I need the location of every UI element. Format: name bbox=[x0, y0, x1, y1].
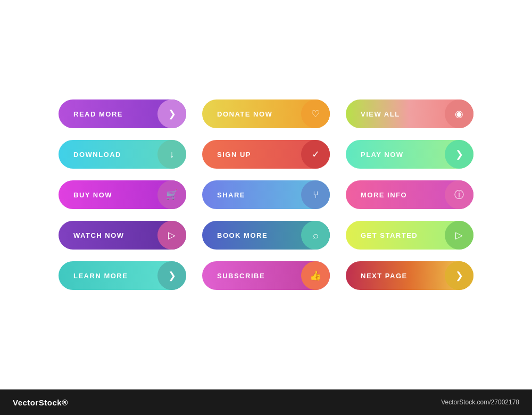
read-more-button[interactable]: READ MORE❯ bbox=[59, 99, 186, 128]
play-now-icon: ❯ bbox=[445, 140, 473, 169]
download-button[interactable]: DOWNLOAD↓ bbox=[59, 140, 186, 169]
footer: VectorStock® VectorStock.com/27002178 bbox=[0, 389, 532, 415]
buy-now-icon: 🛒 bbox=[157, 180, 186, 209]
next-page-button[interactable]: NEXT PAGE❯ bbox=[346, 261, 473, 290]
donate-now-icon: ♡ bbox=[301, 99, 330, 128]
share-icon: ⑂ bbox=[301, 180, 330, 209]
read-more-icon: ❯ bbox=[157, 99, 186, 128]
sign-up-button[interactable]: SIGN UP✓ bbox=[202, 140, 330, 169]
footer-brand: VectorStock® bbox=[13, 398, 68, 407]
play-now-button[interactable]: PLAY NOW❯ bbox=[346, 140, 473, 169]
footer-url: VectorStock.com/27002178 bbox=[441, 399, 519, 406]
watch-now-icon: ▷ bbox=[157, 221, 186, 250]
watch-now-button[interactable]: WATCH NOW▷ bbox=[59, 221, 186, 250]
next-page-icon: ❯ bbox=[445, 261, 473, 290]
donate-now-button[interactable]: DONATE NOW♡ bbox=[202, 99, 330, 128]
share-button[interactable]: SHARE⑂ bbox=[202, 180, 330, 209]
subscribe-icon: 👍 bbox=[301, 261, 330, 290]
more-info-icon: ⓘ bbox=[445, 180, 473, 209]
sign-up-icon: ✓ bbox=[301, 140, 330, 169]
learn-more-icon: ❯ bbox=[157, 261, 186, 290]
more-info-button[interactable]: MORE INFOⓘ bbox=[346, 180, 473, 209]
view-all-button[interactable]: VIEW ALL◉ bbox=[346, 99, 473, 128]
main-content: READ MORE❯DONATE NOW♡VIEW ALL◉DOWNLOAD↓S… bbox=[0, 0, 532, 389]
get-started-button[interactable]: GET STARTED▷ bbox=[346, 221, 473, 250]
download-icon: ↓ bbox=[157, 140, 186, 169]
get-started-icon: ▷ bbox=[445, 221, 473, 250]
view-all-icon: ◉ bbox=[445, 99, 473, 128]
book-more-button[interactable]: BOOK MORE⌕ bbox=[202, 221, 330, 250]
learn-more-button[interactable]: LEARN MORE❯ bbox=[59, 261, 186, 290]
buy-now-button[interactable]: BUY NOW🛒 bbox=[59, 180, 186, 209]
subscribe-button[interactable]: SUBSCRIBE👍 bbox=[202, 261, 330, 290]
buttons-grid: READ MORE❯DONATE NOW♡VIEW ALL◉DOWNLOAD↓S… bbox=[48, 89, 484, 301]
book-more-icon: ⌕ bbox=[301, 221, 330, 250]
